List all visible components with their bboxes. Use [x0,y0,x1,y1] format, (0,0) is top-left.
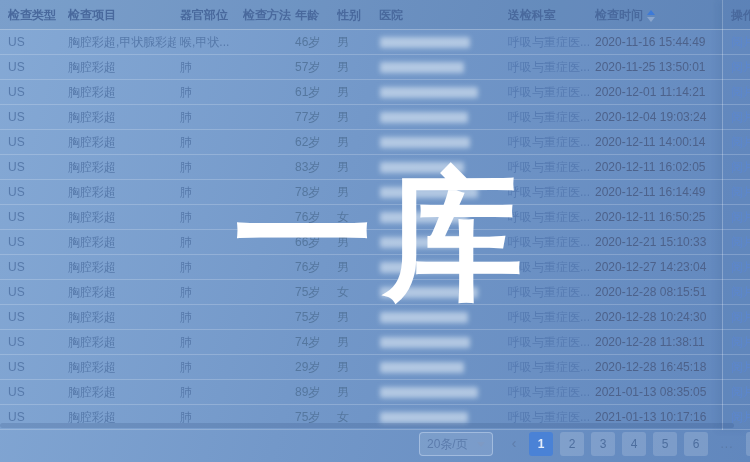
cell-department: 呼吸与重症医... [508,130,592,154]
page-button[interactable]: 3 [591,432,615,456]
cell-department: 呼吸与重症医... [508,105,592,129]
cell-department: 呼吸与重症医... [508,355,592,379]
cell-age: 66岁 [295,230,333,254]
cell-exam-type: US [8,330,64,354]
page-button[interactable]: 1 [529,432,553,456]
cell-organ: 肺 [180,230,238,254]
cell-sex: 男 [337,180,375,204]
page-size-select[interactable]: 20条/页 [419,432,493,456]
cell-exam-type: US [8,155,64,179]
view-film-link[interactable]: 阅片 [731,330,750,354]
cell-sex: 男 [337,330,375,354]
table-row: US 胸腔彩超 肺 75岁 女 呼吸与重症医... 2020-12-28 08:… [0,280,750,305]
cell-age: 77岁 [295,105,333,129]
view-film-link[interactable]: 阅片 [731,230,750,254]
cell-exam-type: US [8,255,64,279]
view-film-link[interactable]: 阅片 [731,380,750,404]
cell-exam-item: 胸腔彩超 [68,80,176,104]
cell-age: 76岁 [295,255,333,279]
sort-caret-icon[interactable] [647,10,655,22]
cell-department: 呼吸与重症医... [508,305,592,329]
view-film-link[interactable]: 阅片 [731,355,750,379]
cell-exam-time: 2020-12-28 08:15:51 [595,280,721,304]
redacted-hospital [380,237,470,248]
cell-sex: 女 [337,280,375,304]
col-header-exam-time[interactable]: 检查时间 [595,0,721,30]
col-header-method: 检查方法 [243,0,291,30]
table-header-row: 检查类型 检查项目 器官部位 检查方法 年龄 性别 医院 送检科室 检查时间 操… [0,0,750,30]
cell-department: 呼吸与重症医... [508,230,592,254]
cell-department: 呼吸与重症医... [508,280,592,304]
cell-exam-time: 2020-12-11 16:14:49 [595,180,721,204]
page-button[interactable]: 6 [684,432,708,456]
col-header-operation: 操作 [731,0,750,30]
view-film-link[interactable]: 阅片 [731,105,750,129]
cell-age: 75岁 [295,305,333,329]
cell-department: 呼吸与重症医... [508,180,592,204]
cell-organ: 肺 [180,205,238,229]
caret-up-icon [647,10,655,15]
cell-exam-item: 胸腔彩超 [68,255,176,279]
cell-age: 83岁 [295,155,333,179]
cell-sex: 男 [337,230,375,254]
cell-organ: 肺 [180,255,238,279]
exam-records-screen: 检查类型 检查项目 器官部位 检查方法 年龄 性别 医院 送检科室 检查时间 操… [0,0,750,462]
page-button[interactable]: 2 [560,432,584,456]
table-row: US 胸腔彩超 肺 62岁 男 呼吸与重症医... 2020-12-11 14:… [0,130,750,155]
cell-exam-type: US [8,80,64,104]
cell-exam-time: 2020-11-16 15:44:49 [595,30,721,54]
pagination-bar: 20条/页 ‹ 123456...16 [419,432,750,456]
cell-exam-type: US [8,380,64,404]
cell-organ: 肺 [180,180,238,204]
cell-exam-item: 胸腔彩超 [68,130,176,154]
cell-exam-time: 2020-12-27 14:23:04 [595,255,721,279]
col-header-sex: 性别 [337,0,375,30]
view-film-link[interactable]: 阅片 [731,55,750,79]
cell-exam-time: 2020-12-28 11:38:11 [595,330,721,354]
prev-page-button[interactable]: ‹ [505,432,523,456]
view-film-link[interactable]: 阅片 [731,180,750,204]
cell-exam-item: 胸腔彩超 [68,105,176,129]
cell-exam-type: US [8,30,64,54]
view-film-link[interactable]: 阅片 [731,155,750,179]
cell-exam-type: US [8,355,64,379]
redacted-hospital [380,187,478,198]
cell-sex: 男 [337,80,375,104]
table-row: US 胸腔彩超 肺 77岁 男 呼吸与重症医... 2020-12-04 19:… [0,105,750,130]
page-ellipsis[interactable]: ... [715,432,739,456]
content-layer: 检查类型 检查项目 器官部位 检查方法 年龄 性别 医院 送检科室 检查时间 操… [0,0,750,462]
page-button[interactable]: 5 [653,432,677,456]
cell-exam-type: US [8,230,64,254]
table-row: US 胸腔彩超 肺 76岁 男 呼吸与重症医... 2020-12-27 14:… [0,255,750,280]
cell-exam-time: 2020-12-11 14:00:14 [595,130,721,154]
cell-sex: 男 [337,55,375,79]
view-film-link[interactable]: 阅片 [731,130,750,154]
cell-sex: 男 [337,130,375,154]
page-button[interactable]: 16 [746,432,750,456]
table-row: US 胸腔彩超 肺 76岁 女 呼吸与重症医... 2020-12-11 16:… [0,205,750,230]
cell-exam-time: 2020-12-21 15:10:33 [595,230,721,254]
col-header-hospital: 医院 [379,0,499,30]
cell-exam-item: 胸腔彩超,甲状腺彩超 [68,30,176,54]
view-film-link[interactable]: 阅片 [731,80,750,104]
cell-sex: 男 [337,255,375,279]
page-button[interactable]: 4 [622,432,646,456]
cell-exam-time: 2021-01-13 08:35:05 [595,380,721,404]
horizontal-scrollbar[interactable] [0,423,734,428]
cell-sex: 男 [337,305,375,329]
view-film-link[interactable]: 阅片 [731,305,750,329]
cell-sex: 男 [337,380,375,404]
cell-age: 57岁 [295,55,333,79]
cell-exam-item: 胸腔彩超 [68,355,176,379]
cell-organ: 肺 [180,355,238,379]
view-film-link[interactable]: 阅片 [731,280,750,304]
cell-department: 呼吸与重症医... [508,155,592,179]
view-film-link[interactable]: 阅片 [731,205,750,229]
view-film-link[interactable]: 阅片 [731,30,750,54]
redacted-hospital [380,287,478,298]
view-film-link[interactable]: 阅片 [731,255,750,279]
table-row: US 胸腔彩超 肺 61岁 男 呼吸与重症医... 2020-12-01 11:… [0,80,750,105]
table-row: US 胸腔彩超 肺 78岁 男 呼吸与重症医... 2020-12-11 16:… [0,180,750,205]
cell-exam-type: US [8,205,64,229]
col-header-exam-type: 检查类型 [8,0,64,30]
